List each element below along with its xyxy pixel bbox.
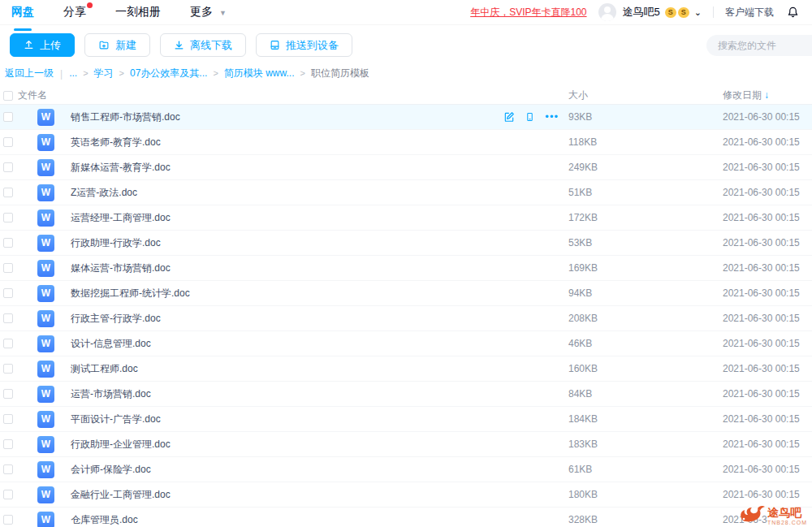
file-name[interactable]: 运营经理-工商管理.doc bbox=[71, 211, 171, 225]
row-checkbox[interactable] bbox=[3, 313, 13, 323]
upload-button[interactable]: 上传 bbox=[10, 33, 75, 57]
table-row[interactable]: W 销售工程师-市场营销.doc ••• bbox=[0, 105, 812, 130]
file-name[interactable]: 新媒体运营-教育学.doc bbox=[71, 161, 171, 175]
table-row[interactable]: W 测试工程师.doc ••• bbox=[0, 356, 812, 382]
tab-netdisk-label: 网盘 bbox=[11, 5, 34, 18]
row-checkbox[interactable] bbox=[3, 389, 13, 399]
file-name[interactable]: 设计-信息管理.doc bbox=[71, 337, 151, 351]
file-size: 53KB bbox=[568, 237, 723, 248]
file-size: 51KB bbox=[568, 187, 723, 198]
select-all-checkbox[interactable] bbox=[3, 91, 13, 101]
row-checkbox[interactable] bbox=[3, 464, 13, 474]
table-row[interactable]: W 平面设计-广告学.doc ••• bbox=[0, 407, 812, 432]
tab-share[interactable]: 分享 bbox=[62, 0, 88, 26]
row-checkbox[interactable] bbox=[3, 162, 13, 172]
row-checkbox[interactable] bbox=[3, 339, 13, 348]
client-download-link[interactable]: 客户端下载 bbox=[725, 6, 774, 19]
row-checkbox[interactable] bbox=[3, 515, 13, 525]
row-checkbox[interactable] bbox=[3, 112, 13, 122]
row-checkbox[interactable] bbox=[3, 439, 13, 449]
table-row[interactable]: W Z运营-政法.doc ••• bbox=[0, 180, 812, 205]
file-name[interactable]: 行政助理-行政学.doc bbox=[71, 236, 161, 250]
watermark-title: 途鸟吧 bbox=[767, 507, 807, 518]
table-row[interactable]: W 新媒体运营-教育学.doc ••• bbox=[0, 155, 812, 180]
breadcrumb-item[interactable]: 职位简历模板 bbox=[311, 67, 369, 79]
table-row[interactable]: W 设计-信息管理.doc ••• bbox=[0, 331, 812, 356]
breadcrumb-item[interactable]: 简历模块 www... bbox=[224, 67, 295, 79]
column-header-modified[interactable]: 修改日期↓ bbox=[723, 89, 812, 102]
breadcrumb-divider: | bbox=[60, 68, 63, 80]
file-name[interactable]: 数据挖掘工程师-统计学.doc bbox=[71, 287, 190, 300]
file-modified: 2021-06-30 00:15 bbox=[723, 212, 812, 223]
table-row[interactable]: W 仓库管理员.doc ••• bbox=[0, 508, 812, 527]
push-to-device-button[interactable]: 推送到设备 bbox=[256, 33, 352, 57]
table-row[interactable]: W 英语老师-教育学.doc ••• bbox=[0, 130, 812, 155]
tab-netdisk[interactable]: 网盘 bbox=[10, 0, 36, 26]
file-name[interactable]: 行政主管-行政学.doc bbox=[71, 312, 161, 326]
word-doc-icon: W bbox=[37, 310, 54, 327]
more-icon[interactable]: ••• bbox=[545, 113, 559, 121]
row-checkbox[interactable] bbox=[3, 490, 13, 499]
file-name[interactable]: 会计师-保险学.doc bbox=[71, 463, 151, 477]
breadcrumb-item[interactable]: 学习 bbox=[94, 67, 114, 79]
offline-download-button[interactable]: 离线下载 bbox=[160, 33, 246, 57]
file-size: 61KB bbox=[568, 464, 723, 475]
file-name[interactable]: 测试工程师.doc bbox=[71, 362, 138, 376]
tab-more[interactable]: 更多 ▼ bbox=[188, 0, 228, 26]
word-doc-icon: W bbox=[37, 461, 54, 478]
file-name[interactable]: 运营-市场营销.doc bbox=[71, 387, 151, 401]
table-row[interactable]: W 会计师-保险学.doc ••• bbox=[0, 457, 812, 482]
table-row[interactable]: W 数据挖掘工程师-统计学.doc ••• bbox=[0, 281, 812, 306]
row-checkbox[interactable] bbox=[3, 188, 13, 197]
sort-desc-icon[interactable]: ↓ bbox=[764, 89, 769, 101]
file-name[interactable]: 销售工程师-市场营销.doc bbox=[71, 110, 180, 124]
row-checkbox[interactable] bbox=[3, 414, 13, 424]
table-row[interactable]: W 媒体运营-市场营销.doc ••• bbox=[0, 256, 812, 281]
file-name[interactable]: 仓库管理员.doc bbox=[71, 513, 138, 527]
table-row[interactable]: W 行政主管-行政学.doc ••• bbox=[0, 306, 812, 331]
table-row[interactable]: W 金融行业-工商管理.doc ••• bbox=[0, 482, 812, 508]
file-modified: 2021-06-30 00:15 bbox=[723, 388, 812, 400]
row-checkbox[interactable] bbox=[3, 364, 13, 374]
svip-promo-link[interactable]: 年中庆，SVIP年卡直降100 bbox=[470, 6, 586, 19]
table-row[interactable]: W 行政助理-企业管理.doc ••• bbox=[0, 432, 812, 457]
bell-icon[interactable] bbox=[787, 6, 799, 19]
table-row[interactable]: W 运营经理-工商管理.doc ••• bbox=[0, 205, 812, 231]
row-checkbox[interactable] bbox=[3, 263, 13, 273]
row-checkbox[interactable] bbox=[3, 238, 13, 248]
row-actions: ••• bbox=[503, 111, 559, 123]
word-doc-icon: W bbox=[37, 210, 54, 227]
table-row[interactable]: W 运营-市场营销.doc ••• bbox=[0, 382, 812, 407]
row-checkbox[interactable] bbox=[3, 288, 13, 298]
breadcrumb-item[interactable]: 07办公效率及其... bbox=[130, 67, 207, 79]
avatar[interactable] bbox=[598, 3, 616, 21]
device-icon[interactable] bbox=[525, 111, 534, 123]
search-input[interactable] bbox=[718, 40, 812, 51]
word-doc-icon: W bbox=[37, 159, 54, 176]
file-modified: 2021-06-30 00:15 bbox=[723, 136, 812, 148]
file-name[interactable]: 金融行业-工商管理.doc bbox=[71, 488, 171, 502]
column-header-size[interactable]: 大小 bbox=[568, 89, 723, 102]
user-menu-chevron-icon[interactable]: ⌄ bbox=[694, 7, 702, 18]
table-header: 文件名 大小 修改日期↓ bbox=[0, 87, 812, 105]
row-checkbox[interactable] bbox=[3, 137, 13, 147]
svip-badges: S S bbox=[665, 7, 689, 18]
file-name[interactable]: 媒体运营-市场营销.doc bbox=[71, 261, 171, 275]
file-name[interactable]: 行政助理-企业管理.doc bbox=[71, 438, 171, 451]
breadcrumb-back-link[interactable]: 返回上一级 bbox=[5, 67, 54, 80]
table-row[interactable]: W 行政助理-行政学.doc ••• bbox=[0, 231, 812, 256]
username[interactable]: 途鸟吧5 bbox=[623, 5, 660, 19]
breadcrumb-item[interactable]: ... bbox=[69, 67, 77, 79]
file-name[interactable]: 平面设计-广告学.doc bbox=[71, 413, 161, 426]
edit-icon[interactable] bbox=[503, 111, 515, 123]
file-name[interactable]: Z运营-政法.doc bbox=[71, 186, 137, 200]
column-header-name[interactable]: 文件名 bbox=[16, 89, 568, 102]
row-checkbox[interactable] bbox=[3, 213, 13, 222]
push-to-device-icon bbox=[270, 40, 280, 50]
word-doc-icon: W bbox=[37, 335, 54, 352]
file-name[interactable]: 英语老师-教育学.doc bbox=[71, 136, 161, 149]
new-folder-button[interactable]: 新建 bbox=[84, 33, 150, 57]
nav-right: 年中庆，SVIP年卡直降100 途鸟吧5 S S ⌄ 客户端下载 bbox=[470, 3, 802, 21]
tab-album[interactable]: 一刻相册 bbox=[114, 0, 162, 26]
file-size: 94KB bbox=[568, 287, 723, 299]
